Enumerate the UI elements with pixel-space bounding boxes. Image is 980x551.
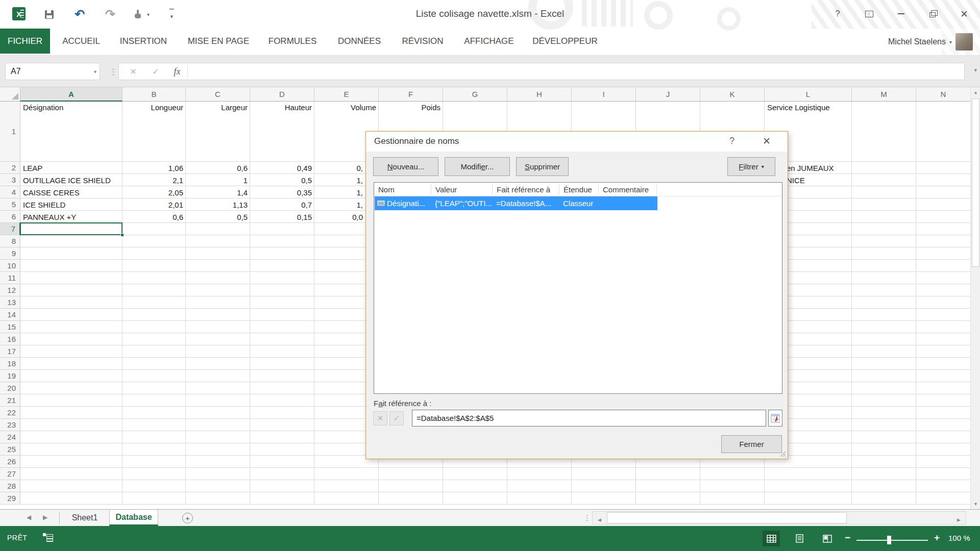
row-header-2[interactable]: 2	[0, 162, 20, 174]
insert-function-button[interactable]: fx	[167, 63, 187, 80]
row-header-10[interactable]: 10	[0, 260, 20, 272]
row-header-5[interactable]: 5	[0, 198, 20, 211]
ribbon-tab-développeur[interactable]: DÉVELOPPEUR	[524, 29, 606, 54]
cell-E3[interactable]: 1,	[314, 174, 365, 186]
sheet-tab-database[interactable]: Database	[109, 510, 158, 526]
cell-E2[interactable]: 0,	[314, 162, 365, 174]
scroll-left-icon[interactable]: ◀	[595, 515, 604, 525]
column-header-I[interactable]: I	[572, 87, 636, 102]
save-button[interactable]	[45, 7, 54, 21]
row-header-15[interactable]: 15	[0, 321, 20, 333]
row-header-6[interactable]: 6	[0, 211, 20, 223]
resize-grip-icon[interactable]	[779, 450, 786, 457]
zoom-slider-thumb[interactable]	[887, 536, 891, 544]
scroll-up-icon[interactable]: ▲	[971, 87, 980, 97]
column-header-B[interactable]: B	[122, 87, 186, 102]
minimize-button[interactable]	[892, 6, 910, 21]
zoom-in-button[interactable]: +	[934, 532, 940, 543]
ribbon-tab-affichage[interactable]: AFFICHAGE	[456, 29, 522, 54]
touch-mode-dropdown-icon[interactable]: ▾	[147, 7, 150, 21]
scroll-down-icon[interactable]: ▼	[971, 499, 980, 509]
cell-D1[interactable]: Hauteur	[250, 102, 314, 162]
row-header-18[interactable]: 18	[0, 358, 20, 370]
new-sheet-button[interactable]: +	[182, 513, 193, 523]
row-header-7[interactable]: 7	[0, 223, 20, 235]
cell-B2[interactable]: 1,06	[122, 162, 186, 174]
customize-qat-button[interactable]: ▔▾	[169, 7, 174, 21]
ribbon-tab-fichier[interactable]: FICHIER	[0, 29, 50, 54]
name-box[interactable]: A7 ▾	[5, 63, 100, 80]
row-header-13[interactable]: 13	[0, 296, 20, 309]
refers-cancel-button[interactable]: ✕	[373, 411, 387, 425]
cell-C6[interactable]: 0,5	[186, 211, 250, 223]
record-macro-button[interactable]	[43, 533, 53, 542]
column-header-L[interactable]: L	[765, 87, 852, 102]
cell-C4[interactable]: 1,4	[186, 186, 250, 198]
names-list-column-nom[interactable]: Nom	[374, 183, 431, 196]
scroll-right-icon[interactable]: ▶	[954, 515, 964, 525]
cell-B6[interactable]: 0,6	[122, 211, 186, 223]
cell-C2[interactable]: 0,6	[186, 162, 250, 174]
row-header-16[interactable]: 16	[0, 333, 20, 345]
row-header-26[interactable]: 26	[0, 456, 20, 468]
close-dialog-button[interactable]: Fermer	[721, 435, 782, 453]
row-header-12[interactable]: 12	[0, 284, 20, 296]
restore-button[interactable]	[924, 6, 941, 21]
cell-C5[interactable]: 1,13	[186, 198, 250, 211]
column-header-K[interactable]: K	[700, 87, 765, 102]
avatar[interactable]	[955, 33, 973, 51]
names-list-column-valeur[interactable]: Valeur	[431, 183, 493, 196]
ribbon-tab-mise-en-page[interactable]: MISE EN PAGE	[178, 29, 259, 54]
column-header-E[interactable]: E	[314, 87, 379, 102]
cell-E6[interactable]: 0,0	[314, 211, 365, 223]
expand-formula-bar-icon[interactable]: ▾	[974, 67, 977, 73]
zoom-slider-track[interactable]	[856, 540, 928, 541]
cell-A4[interactable]: CAISSE CERES	[20, 186, 122, 198]
cell-E4[interactable]: 1,	[314, 186, 365, 198]
cell-D5[interactable]: 0,7	[250, 198, 314, 211]
normal-view-button[interactable]	[763, 531, 780, 546]
cell-A1[interactable]: Désignation	[20, 102, 122, 162]
column-header-G[interactable]: G	[443, 87, 507, 102]
row-header-21[interactable]: 21	[0, 394, 20, 407]
row-header-14[interactable]: 14	[0, 309, 20, 321]
column-header-M[interactable]: M	[852, 87, 916, 102]
fill-handle[interactable]	[120, 233, 124, 237]
tabbar-grip-icon[interactable]: ⋮	[583, 513, 591, 522]
row-header-22[interactable]: 22	[0, 407, 20, 419]
column-header-J[interactable]: J	[636, 87, 700, 102]
dialog-close-icon[interactable]: ✕	[759, 135, 774, 147]
excel-app-icon[interactable]: X	[12, 7, 26, 20]
names-list-column-commentaire[interactable]: Commentaire	[599, 183, 657, 196]
cell-A2[interactable]: LEAP	[20, 162, 122, 174]
ribbon-tab-révision[interactable]: RÉVISION	[393, 29, 452, 54]
ribbon-tab-insertion[interactable]: INSERTION	[110, 29, 177, 54]
cancel-button[interactable]: ✕	[123, 63, 143, 80]
previous-sheet-icon[interactable]: ◀	[27, 514, 31, 521]
cell-A6[interactable]: PANNEAUX +Y	[20, 211, 122, 223]
cell-D3[interactable]: 0,5	[250, 174, 314, 186]
cell-B3[interactable]: 2,1	[122, 174, 186, 186]
sheet-tab-sheet1[interactable]: Sheet1	[65, 510, 104, 526]
names-list-column-fait-référence-à[interactable]: Fait référence à	[493, 183, 559, 196]
name-box-dropdown-icon[interactable]: ▾	[94, 69, 96, 74]
row-header-28[interactable]: 28	[0, 480, 20, 492]
edit-name-button[interactable]: Modifier...	[445, 157, 510, 176]
delete-name-button[interactable]: Supprimer	[516, 157, 569, 176]
cell-D2[interactable]: 0,49	[250, 162, 314, 174]
ribbon-tab-accueil[interactable]: ACCUEIL	[53, 29, 109, 54]
column-header-A[interactable]: A	[20, 87, 122, 102]
help-button[interactable]: ?	[829, 6, 846, 21]
horizontal-scrollbar[interactable]: ◀ ▶	[592, 511, 966, 524]
redo-button[interactable]: ↷	[105, 7, 115, 21]
row-header-8[interactable]: 8	[0, 235, 20, 247]
next-sheet-icon[interactable]: ▶	[43, 514, 47, 521]
row-header-1[interactable]: 1	[0, 102, 20, 162]
select-all-corner[interactable]	[0, 87, 20, 102]
row-header-4[interactable]: 4	[0, 186, 20, 198]
row-header-29[interactable]: 29	[0, 492, 20, 505]
row-header-11[interactable]: 11	[0, 272, 20, 284]
formula-input[interactable]	[188, 65, 960, 78]
row-header-3[interactable]: 3	[0, 174, 20, 186]
row-header-17[interactable]: 17	[0, 345, 20, 358]
